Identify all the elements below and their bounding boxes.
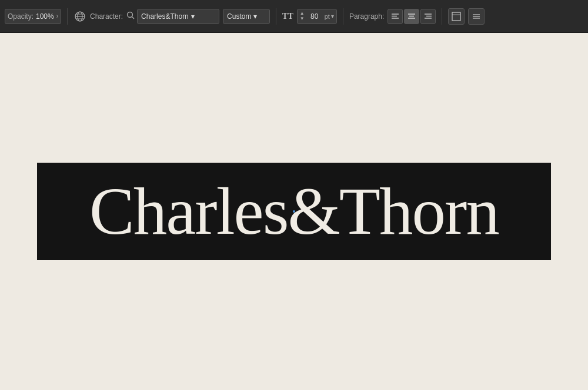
style-dropdown[interactable]: Custom ▾ — [223, 9, 270, 24]
font-dropdown-arrow-icon: ▾ — [191, 12, 215, 21]
font-size-control[interactable]: ▲ ▼ 80 pt ▾ — [297, 9, 337, 24]
style-value: Custom — [227, 12, 251, 21]
opacity-value: 100% — [36, 12, 54, 21]
canvas-area: Charles&Thorn — [0, 33, 588, 390]
svg-point-5 — [128, 12, 133, 18]
size-up-arrow-icon[interactable]: ▲ — [300, 11, 305, 16]
text-box-button[interactable] — [448, 8, 465, 25]
divider-3 — [343, 8, 343, 25]
character-label: Character: — [90, 12, 123, 21]
opacity-label: Opacity: — [8, 12, 34, 21]
divider-2 — [276, 8, 276, 25]
font-size-value: 80 — [306, 12, 323, 21]
style-dropdown-arrow-icon: ▾ — [253, 12, 266, 21]
alignment-buttons — [387, 9, 436, 24]
paragraph-label: Paragraph: — [349, 12, 384, 21]
font-dropdown[interactable]: Charles&Thorn ▾ — [137, 9, 219, 24]
align-center-button[interactable] — [404, 9, 419, 24]
font-section: Charles&Thorn ▾ — [126, 9, 219, 24]
svg-rect-16 — [452, 12, 460, 21]
divider-4 — [442, 8, 442, 25]
opacity-control[interactable]: Opacity: 100% › — [5, 9, 61, 24]
divider-1 — [67, 8, 68, 25]
size-arrows[interactable]: ▲ ▼ — [300, 11, 305, 21]
more-options-button[interactable] — [468, 8, 485, 25]
font-name: Charles&Thorn — [141, 12, 189, 21]
text-cursor — [293, 210, 295, 213]
font-search-icon — [126, 11, 135, 21]
text-banner: Charles&Thorn — [37, 163, 551, 261]
character-section: Character: — [90, 12, 123, 21]
font-size-unit: pt — [325, 13, 330, 20]
align-left-button[interactable] — [387, 9, 403, 24]
svg-line-6 — [132, 17, 135, 19]
align-right-button[interactable] — [420, 9, 436, 24]
font-size-tt-icon: TT — [282, 12, 293, 21]
globe-icon[interactable] — [74, 10, 86, 23]
size-down-arrow-icon[interactable]: ▼ — [300, 16, 305, 21]
size-dropdown-arrow-icon: ▾ — [331, 13, 334, 19]
opacity-chevron-icon: › — [56, 13, 58, 19]
main-toolbar: Opacity: 100% › Character: Charles&Thorn… — [0, 0, 588, 33]
